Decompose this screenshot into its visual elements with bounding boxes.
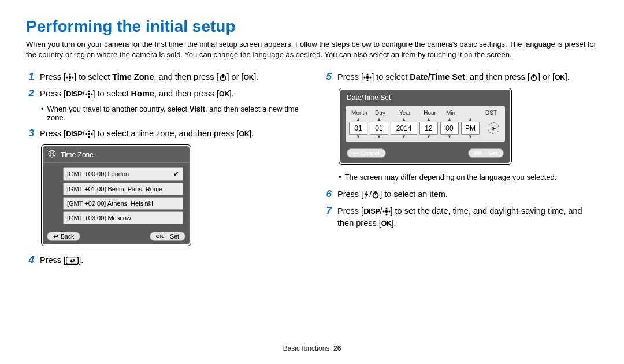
ok-icon: OK: [381, 220, 392, 228]
page-footer: Basic functions 26: [0, 344, 624, 352]
svg-point-14: [88, 131, 90, 132]
year-spinner[interactable]: ▲2014▼: [391, 117, 417, 139]
step-2-note: • When you travel to another country, se…: [41, 105, 300, 122]
set-button[interactable]: OK Set: [150, 232, 185, 241]
tz-item-moscow[interactable]: [GMT +03:00] Moscow: [63, 211, 183, 224]
svg-point-1: [69, 73, 71, 75]
tz-item-athens[interactable]: [GMT +02:00] Athens, Helsinki: [63, 197, 183, 210]
day-spinner[interactable]: ▲01▼: [370, 117, 388, 139]
month-spinner[interactable]: ▲01▼: [349, 117, 367, 139]
svg-rect-32: [375, 191, 377, 192]
svg-rect-29: [533, 74, 534, 75]
ok-icon: OK: [239, 130, 250, 138]
min-spinner[interactable]: ▲00▼: [440, 117, 459, 139]
step-5: 5 Press [] to select Date/Time Set, and …: [324, 71, 598, 83]
left-column: 1 Press [] to select Time Zone, and then…: [26, 71, 300, 271]
svg-point-36: [382, 210, 384, 212]
back-button[interactable]: ↩Back: [47, 232, 80, 241]
svg-point-23: [367, 73, 369, 75]
svg-point-2: [69, 79, 71, 81]
disp-icon: DISP: [363, 207, 380, 216]
svg-point-8: [87, 93, 90, 95]
svg-point-0: [69, 76, 71, 79]
intro-text: When you turn on your camera for the fir…: [26, 39, 598, 60]
flower-icon: [85, 130, 93, 138]
step-2: 2 Press [DISP/] to select Home, and then…: [26, 88, 300, 100]
tz-item-berlin[interactable]: [GMT +01:00] Berlin, Paris, Rome: [63, 183, 183, 195]
step-3: 3 Press [DISP/] to select a time zone, a…: [26, 128, 300, 140]
svg-point-33: [385, 210, 387, 213]
timer-icon: [219, 73, 227, 81]
svg-point-16: [85, 133, 87, 135]
datetime-screen: Date/Time Set Month Day Year Hour Min DS…: [339, 88, 512, 165]
svg-point-34: [385, 207, 387, 209]
flower-icon: [66, 73, 74, 81]
back-arrow-icon: ↩: [53, 233, 58, 240]
timezone-screen: Time Zone [GMT +00:00] London [GMT +01:0…: [41, 144, 191, 246]
svg-point-22: [366, 76, 369, 79]
flower-icon: [382, 207, 391, 216]
ok-icon: OK: [555, 73, 565, 81]
hour-spinner[interactable]: ▲12▼: [419, 117, 438, 139]
svg-point-15: [88, 136, 90, 138]
page-title: Performing the initial setup: [26, 17, 598, 36]
svg-point-13: [87, 133, 90, 135]
set-button[interactable]: OK Set: [468, 148, 504, 158]
flower-icon: [85, 90, 93, 98]
step-1: 1 Press [] to select Time Zone, and then…: [26, 71, 300, 83]
ampm-spinner[interactable]: ▲PM▼: [461, 117, 480, 139]
timer-icon: [372, 191, 380, 199]
ok-icon: OK: [244, 73, 254, 81]
flash-icon: [363, 191, 369, 199]
ok-icon: OK: [219, 90, 229, 98]
svg-rect-21: [66, 257, 79, 265]
cancel-button[interactable]: ↩Cancel: [347, 148, 386, 158]
timer-icon: [530, 73, 538, 81]
svg-point-3: [66, 76, 68, 78]
svg-rect-7: [222, 74, 224, 75]
step-5-note: • The screen may differ depending on the…: [339, 173, 598, 183]
svg-point-24: [367, 79, 369, 81]
svg-point-10: [88, 96, 90, 98]
svg-point-25: [364, 76, 366, 78]
step-6: 6 Press [/] to select an item.: [324, 188, 598, 200]
svg-point-9: [88, 91, 90, 92]
dst-icon[interactable]: ☀: [488, 122, 499, 134]
step-7: 7 Press [DISP/] to set the date, time, a…: [324, 205, 598, 229]
back-arrow-icon: ↩: [353, 150, 358, 157]
svg-point-11: [85, 94, 87, 95]
return-icon: [66, 257, 79, 265]
svg-point-35: [385, 213, 387, 215]
disp-icon: DISP: [66, 129, 82, 138]
flower-icon: [363, 73, 372, 81]
disp-icon: DISP: [66, 90, 82, 98]
globe-icon: [48, 150, 56, 159]
step-4: 4 Press [].: [26, 254, 300, 266]
right-column: 5 Press [] to select Date/Time Set, and …: [324, 71, 598, 271]
tz-item-london[interactable]: [GMT +00:00] London: [63, 167, 183, 181]
